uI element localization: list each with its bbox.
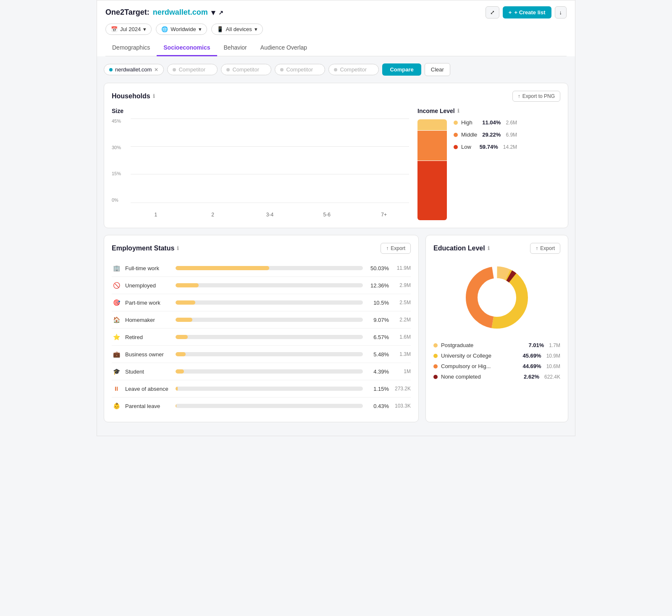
households-title: Households ℹ (112, 92, 155, 100)
x-label-1: 1 (131, 212, 181, 218)
compress-icon: ⤢ (490, 9, 495, 16)
legend-low: Low 59.74% 14.2M (454, 144, 517, 150)
emp-label: Parental leave (125, 403, 171, 409)
placeholder-text: Competitor (286, 66, 313, 73)
date-filter[interactable]: 📅 Jul 2024 ▾ (105, 24, 152, 35)
devices-icon: 📱 (217, 26, 223, 32)
emp-label: Unemployed (125, 282, 171, 289)
edu-legend-none: None completed 2.62% 622.4K (433, 374, 560, 380)
education-legend: Postgraduate 7.01% 1.7M University or Co… (433, 342, 560, 380)
education-export-button[interactable]: ↑ Export (530, 243, 560, 254)
education-title: Education Level ℹ (433, 245, 490, 252)
competitor-3[interactable]: Competitor (275, 64, 325, 75)
retired-icon: ⭐ (112, 332, 121, 342)
page-title: One2Target: nerdwallet.com ▾ ↗ (105, 8, 223, 17)
y-label-15: 15% (112, 171, 121, 176)
header-actions: ⤢ + + Create list ↓ (486, 6, 567, 18)
employment-card: Employment Status ℹ ↑ Export 🏢 Full-time… (104, 235, 419, 422)
employment-title: Employment Status ℹ (112, 245, 179, 252)
emp-bar-bg (176, 283, 363, 287)
emp-label: Student (125, 369, 171, 375)
emp-bar-bg (176, 387, 363, 391)
tab-behavior[interactable]: Behavior (217, 40, 254, 56)
region-filter[interactable]: 🌐 Worldwide ▾ (156, 24, 207, 35)
education-header: Education Level ℹ ↑ Export (433, 243, 560, 254)
emp-pct: 0.43% (367, 403, 389, 409)
income-chart: Income Level ℹ (417, 108, 560, 220)
emp-pct: 10.5% (367, 300, 389, 306)
create-list-button[interactable]: + + Create list (503, 6, 551, 18)
competitor-row: nerdwallet.com ✕ Competitor Competitor C… (104, 63, 568, 76)
x-label-7plus: 7+ (359, 212, 409, 218)
tab-socioeconomics[interactable]: Socioeconomics (157, 40, 217, 56)
edu-legend-compulsory: Compulsory or Hig... 44.69% 10.6M (433, 363, 560, 369)
chevron-down-icon[interactable]: ▾ (211, 8, 215, 17)
compress-button[interactable]: ⤢ (486, 6, 499, 18)
active-competitor[interactable]: nerdwallet.com ✕ (104, 64, 164, 75)
clear-button[interactable]: Clear (425, 63, 450, 76)
info-icon[interactable]: ℹ (177, 245, 179, 251)
external-link-icon[interactable]: ↗ (218, 9, 223, 16)
donut-center (478, 279, 515, 316)
emp-bar-fill (176, 352, 186, 356)
plus-icon: + (509, 9, 512, 16)
emp-bar-bg (176, 352, 363, 356)
emp-bar-bg (176, 404, 363, 408)
emp-val: 11.9M (393, 265, 411, 271)
households-card: Households ℹ ↑ Export to PNG Size 45% (104, 83, 568, 228)
emp-bar-bg (176, 318, 363, 322)
emp-val: 1.6M (393, 334, 411, 340)
legend-middle: Middle 29.22% 6.9M (454, 132, 517, 138)
emp-val: 1.3M (393, 351, 411, 357)
parental-icon: 👶 (112, 401, 121, 411)
calendar-icon: 📅 (111, 26, 118, 32)
compare-button[interactable]: Compare (382, 63, 421, 76)
legend-dot-middle (454, 133, 458, 137)
info-icon[interactable]: ℹ (457, 108, 459, 114)
emp-label: Leave of absence (125, 386, 171, 392)
student-icon: 🎓 (112, 367, 121, 376)
emp-val: 2.2M (393, 317, 411, 323)
emp-label: Business owner (125, 351, 171, 358)
x-label-3-4: 3-4 (245, 212, 295, 218)
edu-legend-postgrad: Postgraduate 7.01% 1.7M (433, 342, 560, 348)
emp-label: Part-time work (125, 300, 171, 306)
dot-icon (334, 68, 337, 71)
competitor-name: nerdwallet.com (115, 66, 152, 73)
x-label-2: 2 (188, 212, 238, 218)
y-label-0: 0% (112, 197, 121, 203)
y-axis: 45% 30% 15% 0% (112, 118, 121, 203)
emp-pct: 4.39% (367, 369, 389, 375)
size-chart: Size 45% 30% 15% 0% (112, 108, 409, 220)
download-button[interactable]: ↓ (555, 6, 567, 18)
education-card: Education Level ℹ ↑ Export (425, 235, 568, 422)
competitor-4[interactable]: Competitor (328, 64, 379, 75)
employment-list: 🏢 Full-time work 50.03% 11.9M 🚫 Unemploy… (112, 260, 411, 414)
domain-link[interactable]: nerdwallet.com (153, 8, 208, 17)
close-icon[interactable]: ✕ (154, 67, 158, 73)
y-label-45: 45% (112, 118, 121, 124)
business-icon: 💼 (112, 350, 121, 359)
parttime-icon: 🎯 (112, 298, 121, 307)
dot-icon (280, 68, 284, 71)
employment-row-parental: 👶 Parental leave 0.43% 103.3K (112, 398, 411, 414)
competitor-2[interactable]: Competitor (221, 64, 271, 75)
competitor-1[interactable]: Competitor (167, 64, 218, 75)
emp-val: 2.5M (393, 300, 411, 305)
info-icon[interactable]: ℹ (153, 93, 155, 99)
income-low-segment (417, 161, 447, 220)
edu-legend-uni: University or College 45.69% 10.9M (433, 353, 560, 359)
emp-bar-fill (176, 335, 188, 339)
income-title: Income Level ℹ (417, 108, 560, 114)
donut-chart (459, 260, 535, 335)
export-png-button[interactable]: ↑ Export to PNG (512, 91, 560, 102)
tab-audience-overlap[interactable]: Audience Overlap (254, 40, 314, 56)
employment-export-button[interactable]: ↑ Export (381, 243, 411, 254)
emp-bar-bg (176, 369, 363, 374)
emp-val: 273.2K (393, 386, 411, 392)
devices-filter[interactable]: 📱 All devices ▾ (211, 24, 263, 35)
tab-demographics[interactable]: Demographics (105, 40, 157, 56)
emp-pct: 1.15% (367, 386, 389, 392)
info-icon[interactable]: ℹ (488, 245, 490, 251)
emp-bar-bg (176, 300, 363, 305)
